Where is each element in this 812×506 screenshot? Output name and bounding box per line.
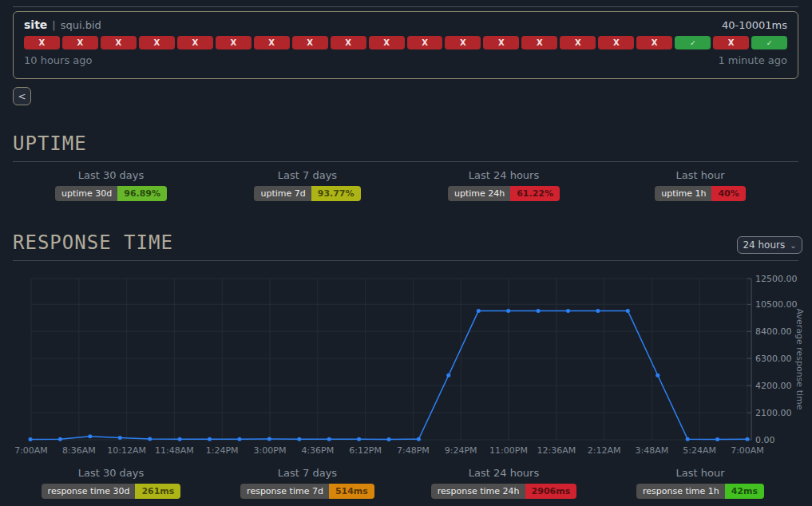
data-point bbox=[686, 437, 690, 441]
status-box-down[interactable]: X bbox=[369, 36, 405, 49]
x-axis-tick-label: 8:36AM bbox=[62, 445, 96, 456]
y-axis-tick-label: 4200.00 bbox=[755, 381, 792, 391]
period-title: Last 30 days bbox=[78, 169, 145, 181]
period-title: Last 24 hours bbox=[469, 467, 539, 479]
status-box-down[interactable]: X bbox=[62, 36, 98, 49]
data-point bbox=[417, 437, 421, 441]
badge-value: 514ms bbox=[329, 484, 374, 499]
data-point bbox=[715, 437, 719, 441]
data-point bbox=[596, 309, 600, 313]
x-axis-tick-label: 1:24PM bbox=[206, 445, 239, 456]
uptime-col-30d: Last 30 days uptime 30d 96.89% bbox=[13, 169, 209, 201]
data-point bbox=[566, 309, 570, 313]
history-start-time: 10 hours ago bbox=[24, 54, 93, 66]
uptime-col-7d: Last 7 days uptime 7d 93.77% bbox=[209, 169, 406, 201]
time-range-select[interactable]: 24 hours ⌄ bbox=[737, 236, 802, 254]
status-box-down[interactable]: X bbox=[445, 36, 481, 49]
y-axis-tick-label: 12500.00 bbox=[755, 274, 798, 284]
data-point bbox=[387, 437, 391, 441]
data-point bbox=[506, 309, 510, 313]
uptime-stats-row: Last 30 days uptime 30d 96.89% Last 7 da… bbox=[13, 169, 798, 201]
x-axis-tick-label: 6:12PM bbox=[349, 445, 382, 456]
status-box-down[interactable]: X bbox=[101, 36, 137, 49]
y-axis-tick-label: 0.00 bbox=[755, 435, 775, 445]
badge-value: 61.22% bbox=[510, 186, 560, 201]
monitor-domain: squi.bid bbox=[61, 19, 101, 31]
back-button[interactable]: < bbox=[13, 87, 31, 105]
data-point bbox=[237, 437, 241, 441]
x-axis-tick-label: 7:00AM bbox=[731, 445, 764, 456]
badge-value: 96.89% bbox=[117, 186, 167, 201]
monitor-separator: | bbox=[52, 19, 55, 31]
monitor-name: site bbox=[24, 18, 47, 31]
period-title: Last hour bbox=[676, 169, 725, 181]
time-range-value: 24 hours bbox=[743, 239, 785, 251]
y-axis-tick-label: 2100.00 bbox=[755, 408, 792, 418]
x-axis-tick-label: 5:24AM bbox=[683, 445, 716, 456]
status-box-down[interactable]: X bbox=[560, 36, 596, 49]
status-box-down[interactable]: X bbox=[216, 36, 252, 49]
response-col-7d: Last 7 days response time 7d 514ms bbox=[209, 467, 406, 499]
status-box-down[interactable]: X bbox=[292, 36, 328, 49]
response-col-30d: Last 30 days response time 30d 261ms bbox=[13, 467, 209, 499]
status-box-down[interactable]: X bbox=[521, 36, 557, 49]
uptime-badge-1h: uptime 1h 40% bbox=[655, 186, 746, 201]
x-axis-tick-label: 10:12AM bbox=[107, 445, 146, 456]
badge-value: 2906ms bbox=[525, 484, 577, 499]
badge-label: uptime 30d bbox=[55, 186, 117, 201]
data-point bbox=[537, 309, 541, 313]
previous-card-divider bbox=[13, 6, 798, 7]
response-col-24h: Last 24 hours response time 24h 2906ms bbox=[406, 467, 602, 499]
uptime-col-1h: Last hour uptime 1h 40% bbox=[602, 169, 798, 201]
x-axis-tick-label: 12:36AM bbox=[537, 445, 576, 456]
response-time-chart: 12500.0010500.008400.006300.004200.00210… bbox=[0, 267, 812, 463]
uptime-badge-30d: uptime 30d 96.89% bbox=[55, 186, 167, 201]
data-point bbox=[477, 309, 481, 313]
uptime-badge-24h: uptime 24h 61.22% bbox=[448, 186, 560, 201]
data-point bbox=[208, 437, 212, 441]
status-box-up[interactable]: ✓ bbox=[675, 36, 711, 49]
response-stats-row: Last 30 days response time 30d 261ms Las… bbox=[13, 467, 798, 499]
monitor-card: site | squi.bid 40-10001ms XXXXXXXXXXXXX… bbox=[13, 11, 798, 79]
status-box-down[interactable]: X bbox=[407, 36, 443, 49]
status-box-down[interactable]: X bbox=[139, 36, 175, 49]
x-axis-tick-label: 11:48AM bbox=[155, 445, 194, 456]
status-box-down[interactable]: X bbox=[177, 36, 213, 49]
response-badge-30d: response time 30d 261ms bbox=[42, 484, 181, 499]
data-point bbox=[297, 437, 301, 441]
status-box-up[interactable]: ✓ bbox=[751, 36, 787, 49]
status-box-down[interactable]: X bbox=[24, 36, 60, 49]
data-point bbox=[446, 374, 450, 378]
response-badge-1h: response time 1h 42ms bbox=[636, 484, 764, 499]
badge-label: response time 7d bbox=[240, 484, 329, 499]
period-title: Last 7 days bbox=[278, 169, 337, 181]
chevron-down-icon: ⌄ bbox=[790, 241, 796, 250]
data-point bbox=[267, 437, 271, 441]
badge-value: 261ms bbox=[135, 484, 180, 499]
y-axis-tick-label: 10500.00 bbox=[755, 299, 798, 310]
status-box-down[interactable]: X bbox=[636, 36, 672, 49]
data-point bbox=[626, 309, 630, 313]
status-box-down[interactable]: X bbox=[713, 36, 749, 49]
status-box-down[interactable]: X bbox=[483, 36, 519, 49]
uptime-section-title: UPTIME bbox=[13, 132, 798, 162]
uptime-badge-7d: uptime 7d 93.77% bbox=[254, 186, 360, 201]
period-title: Last 30 days bbox=[78, 467, 145, 479]
x-axis-tick-label: 2:12AM bbox=[588, 445, 621, 456]
badge-label: response time 1h bbox=[636, 484, 725, 499]
response-time-line bbox=[30, 310, 747, 439]
y-axis-tick-label: 6300.00 bbox=[755, 354, 792, 364]
data-point bbox=[58, 437, 62, 441]
x-axis-tick-label: 7:48PM bbox=[397, 445, 430, 456]
data-point bbox=[88, 434, 92, 438]
response-badge-24h: response time 24h 2906ms bbox=[431, 484, 576, 499]
badge-label: uptime 7d bbox=[254, 186, 311, 201]
y-axis-title: Average response time bbox=[794, 309, 805, 410]
history-end-time: 1 minute ago bbox=[718, 54, 787, 66]
monitor-card-header: site | squi.bid 40-10001ms bbox=[24, 18, 787, 31]
status-box-down[interactable]: X bbox=[331, 36, 366, 49]
status-box-down[interactable]: X bbox=[254, 36, 290, 49]
badge-value: 42ms bbox=[725, 484, 764, 499]
status-box-down[interactable]: X bbox=[598, 36, 634, 49]
response-range-label: 40-10001ms bbox=[722, 19, 787, 31]
